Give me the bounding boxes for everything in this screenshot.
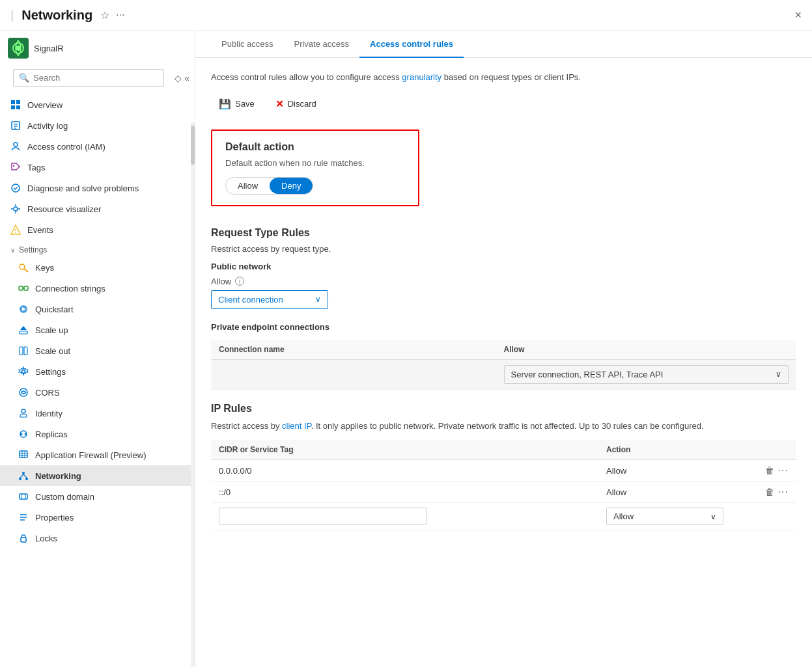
sidebar-item-access-control[interactable]: Access control (IAM) (0, 136, 195, 157)
sidebar-item-properties[interactable]: Properties (0, 507, 195, 528)
sidebar-scrollbar-thumb[interactable] (191, 126, 195, 165)
more-row-2-icon[interactable]: ··· (778, 486, 789, 498)
content-description: Access control rules allow you to config… (211, 71, 796, 84)
sidebar-item-events[interactable]: Events (0, 219, 195, 240)
request-type-rules-section: Request Type Rules Restrict access by re… (211, 227, 796, 390)
allow-toggle-button[interactable]: Allow (226, 178, 270, 194)
ip-rule-new-row: Allow ∨ (211, 503, 796, 530)
allow-text: Allow (211, 277, 231, 286)
default-action-title: Default action (225, 141, 405, 153)
new-action-chevron: ∨ (710, 512, 716, 521)
svg-rect-3 (11, 100, 15, 104)
svg-rect-31 (20, 347, 23, 355)
sidebar-item-keys[interactable]: Keys (0, 257, 195, 278)
sidebar-item-label: Properties (35, 513, 74, 523)
sidebar-item-label: Quickstart (35, 305, 74, 314)
top-bar-icons: ☆ ··· (100, 9, 124, 21)
sidebar-item-settings[interactable]: Settings (0, 361, 195, 382)
sidebar-item-quickstart[interactable]: Quickstart (0, 299, 195, 320)
discard-button[interactable]: ✕ Discard (268, 94, 324, 114)
diamond-icon[interactable]: ◇ (175, 73, 182, 83)
search-input[interactable] (33, 73, 158, 83)
delete-row-1-icon[interactable]: 🗑 (765, 465, 774, 476)
svg-point-39 (25, 433, 27, 435)
col-header-action: Action (606, 445, 736, 454)
ip-rules-title: IP Rules (211, 403, 796, 415)
sidebar-item-label: CORS (35, 388, 60, 398)
sidebar-item-connection-strings[interactable]: Connection strings (0, 278, 195, 299)
sidebar-item-scale-up[interactable]: Scale up (0, 320, 195, 340)
new-action-dropdown[interactable]: Allow ∨ (606, 508, 723, 525)
ip-rules-table: CIDR or Service Tag Action 0.0.0.0/0 All… (211, 440, 796, 530)
sidebar-item-tags[interactable]: Tags (0, 157, 195, 178)
sidebar-item-label: Diagnose and solve problems (27, 184, 139, 193)
sidebar-item-custom-domain[interactable]: Custom domain (0, 486, 195, 507)
cors-icon (18, 387, 29, 398)
settings-section[interactable]: ∨ Settings (0, 240, 195, 257)
locks-icon (18, 533, 29, 543)
request-type-rules-desc: Restrict access by request type. (211, 244, 796, 254)
more-row-1-icon[interactable]: ··· (778, 465, 789, 476)
more-options-icon[interactable]: ··· (116, 9, 124, 21)
svg-line-48 (20, 474, 23, 478)
sidebar-item-label: Connection strings (35, 284, 105, 293)
sidebar-item-locks[interactable]: Locks (0, 528, 195, 549)
tab-public-access[interactable]: Public access (211, 31, 283, 58)
sidebar-item-overview[interactable]: Overview (0, 94, 195, 115)
main-content: Public access Private access Access cont… (195, 31, 812, 667)
tab-private-access[interactable]: Private access (283, 31, 359, 58)
save-icon: 💾 (219, 98, 231, 110)
granularity-link[interactable]: granularity (402, 72, 441, 82)
sidebar-item-label: Networking (35, 471, 81, 481)
sidebar-item-diagnose[interactable]: Diagnose and solve problems (0, 178, 195, 198)
sidebar-item-replicas[interactable]: Replicas (0, 424, 195, 444)
collapse-sidebar-icon[interactable]: « (184, 73, 189, 83)
sidebar-item-cors[interactable]: CORS (0, 382, 195, 403)
public-network-title: Public network (211, 262, 796, 271)
search-icon: 🔍 (19, 73, 29, 83)
allow-deny-toggle: Allow Deny (225, 177, 313, 195)
sidebar-item-networking[interactable]: Networking (0, 465, 195, 486)
svg-point-45 (22, 472, 25, 474)
sidebar-item-label: Overview (27, 100, 63, 110)
allow-info-icon[interactable]: i (235, 277, 244, 286)
row-1-actions: 🗑 ··· (736, 465, 789, 476)
sidebar-item-label: Scale up (35, 325, 68, 335)
client-ip-link[interactable]: client IP (282, 421, 311, 431)
overview-icon (10, 100, 21, 110)
sidebar-brand-label: SignalR (34, 44, 64, 53)
table-header-row: Connection name Allow (211, 340, 796, 360)
svg-rect-56 (21, 538, 26, 542)
client-connection-dropdown[interactable]: Client connection ∨ (211, 290, 328, 309)
private-endpoint-table: Connection name Allow Server connection,… (211, 340, 796, 390)
new-cidr-input[interactable] (219, 508, 427, 525)
properties-icon (18, 512, 29, 523)
sidebar-item-label: Activity log (27, 121, 68, 131)
close-button[interactable]: × (794, 8, 802, 22)
sidebar-item-identity[interactable]: Identity (0, 403, 195, 424)
ip-rule-row: ::/0 Allow 🗑 ··· (211, 482, 796, 503)
sidebar-search-container[interactable]: 🔍 (13, 69, 164, 87)
server-connection-dropdown[interactable]: Server connection, REST API, Trace API ∨ (504, 365, 789, 384)
tab-access-control-rules[interactable]: Access control rules (359, 31, 464, 58)
sidebar-item-label: Replicas (35, 429, 68, 439)
scale-out-icon (18, 346, 29, 356)
sidebar-item-resource-visualizer[interactable]: Resource visualizer (0, 198, 195, 219)
deny-toggle-button[interactable]: Deny (270, 178, 313, 194)
svg-point-2 (16, 46, 21, 51)
favorite-icon[interactable]: ☆ (100, 9, 109, 21)
svg-rect-36 (20, 415, 27, 417)
sidebar-item-activity-log[interactable]: Activity log (0, 115, 195, 136)
save-button[interactable]: 💾 Save (211, 94, 262, 114)
sidebar-item-label: Identity (35, 409, 63, 418)
delete-row-2-icon[interactable]: 🗑 (765, 487, 774, 497)
svg-marker-30 (20, 326, 27, 330)
sidebar-item-app-firewall[interactable]: Application Firewall (Preview) (0, 444, 195, 465)
quickstart-icon (18, 304, 29, 314)
main-layout: SignalR 🔍 ◇ « Overview Acti (0, 31, 812, 667)
sidebar-header: SignalR (0, 31, 195, 65)
sidebar-scrollbar-track (191, 122, 195, 667)
title-divider: | (10, 8, 14, 23)
sidebar-item-scale-out[interactable]: Scale out (0, 340, 195, 361)
public-network-subsection: Public network Allow i Client connection… (211, 262, 796, 309)
